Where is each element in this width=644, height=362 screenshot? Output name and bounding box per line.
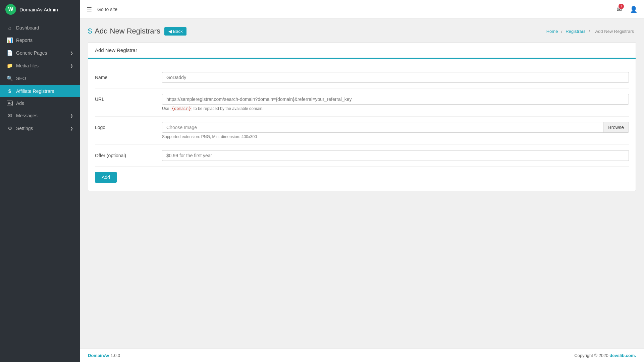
card-header: Add New Registrar [88, 43, 636, 59]
chevron-right-icon: ❯ [70, 126, 73, 131]
footer-brand: DomainAv [88, 353, 109, 358]
goto-site-link[interactable]: Go to site [97, 7, 117, 12]
sidebar-item-label: Messages [16, 113, 38, 118]
sidebar-item-label: Settings [16, 126, 33, 131]
footer-right: Copyright © 2020 devslib.com. [574, 353, 636, 358]
user-icon[interactable]: 👤 [630, 6, 637, 13]
url-control-wrap: Use {domain} to be replaced by the avail… [162, 94, 629, 111]
topbar: ☰ Go to site ✉ 1 👤 [80, 0, 644, 19]
footer: DomainAv 1.0.0 Copyright © 2020 devslib.… [80, 349, 644, 362]
notification-badge: 1 [619, 4, 624, 9]
sidebar-item-label: Media files [16, 63, 39, 68]
sidebar-item-label: Reports [16, 38, 33, 43]
name-form-row: Name [95, 67, 629, 88]
sidebar-item-dashboard[interactable]: ⌂ Dashboard [0, 21, 80, 34]
back-button[interactable]: ◀ Back [164, 27, 187, 36]
add-registrar-card: Add New Registrar Name URL Use {domain} [88, 42, 636, 191]
sidebar-item-label: Affiliate Registrars [16, 88, 54, 94]
breadcrumb-current: Add New Registrars [595, 29, 634, 34]
logo-control-wrap: Choose Image Browse Supported extension:… [162, 122, 629, 139]
home-icon: ⌂ [7, 25, 13, 31]
copyright-link[interactable]: devslib.com. [609, 353, 636, 358]
sidebar-nav: ⌂ Dashboard 📊 Reports 📄 Generic Pages ❯ … [0, 19, 80, 362]
content-area: $ Add New Registrars ◀ Back Home / Regis… [80, 19, 644, 349]
sidebar-item-label: Ads [16, 101, 24, 106]
chevron-right-icon: ❯ [70, 51, 73, 55]
logo-form-row: Logo Choose Image Browse Supported exten… [95, 117, 629, 145]
add-button[interactable]: Add [95, 172, 117, 183]
ads-icon: Ad [7, 101, 13, 106]
url-input[interactable] [162, 94, 629, 105]
copyright-text: Copyright © 2020 [574, 353, 609, 358]
breadcrumb-home[interactable]: Home [546, 29, 558, 34]
page-header: $ Add New Registrars ◀ Back Home / Regis… [88, 27, 636, 36]
page-title-group: $ Add New Registrars ◀ Back [88, 27, 186, 36]
media-icon: 📁 [7, 63, 13, 69]
sidebar: W DomainAv Admin ⌂ Dashboard 📊 Reports 📄… [0, 0, 80, 362]
sidebar-item-generic-pages[interactable]: 📄 Generic Pages ❯ [0, 47, 80, 59]
offer-label: Offer (optional) [95, 150, 162, 158]
footer-left: DomainAv 1.0.0 [88, 353, 120, 358]
url-hint-prefix: Use [162, 106, 170, 111]
mail-icon: ✉ [7, 113, 13, 119]
notification-icon[interactable]: ✉ 1 [617, 6, 622, 13]
url-hint-code: {domain} [170, 106, 193, 111]
sidebar-item-label: SEO [16, 76, 26, 81]
name-label: Name [95, 72, 162, 80]
offer-input[interactable] [162, 150, 629, 161]
sidebar-logo: W [5, 4, 16, 15]
breadcrumb-sep2: / [589, 29, 591, 34]
reports-icon: 📊 [7, 37, 13, 43]
url-label: URL [95, 94, 162, 102]
dollar-title-icon: $ [88, 27, 92, 36]
seo-icon: 🔍 [7, 75, 13, 81]
footer-version: 1.0.0 [110, 353, 120, 358]
chevron-right-icon: ❯ [70, 64, 73, 68]
offer-form-row: Offer (optional) [95, 145, 629, 167]
main-area: ☰ Go to site ✉ 1 👤 $ Add New Registrars … [80, 0, 644, 362]
sidebar-item-ads[interactable]: Ad Ads [0, 97, 80, 109]
file-input-group: Choose Image Browse [162, 122, 629, 133]
logo-label: Logo [95, 122, 162, 130]
sidebar-item-label: Dashboard [16, 25, 39, 31]
breadcrumb-registrars[interactable]: Registrars [566, 29, 585, 34]
sidebar-item-label: Generic Pages [16, 50, 47, 56]
url-hint: Use {domain} to be replaced by the avail… [162, 106, 629, 111]
name-control-wrap [162, 72, 629, 83]
sidebar-item-reports[interactable]: 📊 Reports [0, 34, 80, 47]
pages-icon: 📄 [7, 50, 13, 56]
sidebar-item-settings[interactable]: ⚙ Settings ❯ [0, 122, 80, 135]
sidebar-header: W DomainAv Admin [0, 0, 80, 19]
sidebar-item-seo[interactable]: 🔍 SEO [0, 72, 80, 85]
breadcrumb: Home / Registrars / Add New Registrars [546, 29, 636, 34]
chevron-right-icon: ❯ [70, 114, 73, 118]
offer-control-wrap [162, 150, 629, 161]
sidebar-item-media-files[interactable]: 📁 Media files ❯ [0, 59, 80, 72]
name-input[interactable] [162, 72, 629, 83]
url-form-row: URL Use {domain} to be replaced by the a… [95, 88, 629, 117]
sidebar-title: DomainAv Admin [19, 7, 58, 12]
settings-icon: ⚙ [7, 125, 13, 131]
page-title: $ Add New Registrars [88, 27, 160, 36]
breadcrumb-sep1: / [561, 29, 564, 34]
card-body: Name URL Use {domain} to be replaced by … [88, 59, 636, 191]
browse-button[interactable]: Browse [603, 122, 629, 132]
logo-hint: Supported extension: PNG, Min. dimension… [162, 134, 629, 139]
hamburger-icon[interactable]: ☰ [87, 6, 92, 13]
file-input-placeholder: Choose Image [162, 122, 603, 132]
url-hint-suffix: to be replaced by the available domain. [192, 106, 263, 111]
dollar-icon: $ [7, 88, 13, 94]
sidebar-item-affiliate-registrars[interactable]: $ Affiliate Registrars [0, 85, 80, 97]
sidebar-item-messages[interactable]: ✉ Messages ❯ [0, 109, 80, 122]
user-avatar-icon: 👤 [630, 6, 637, 13]
